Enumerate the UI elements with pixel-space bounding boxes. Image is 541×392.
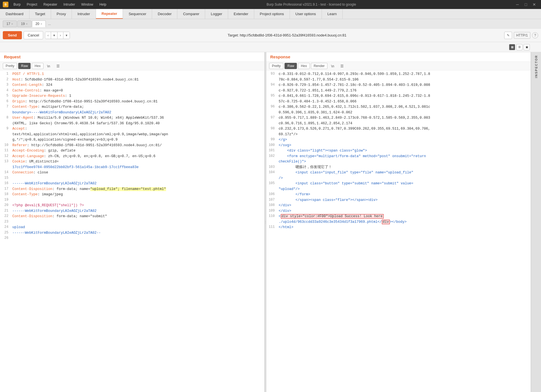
req-tab-17[interactable]: 17 × [3,20,17,27]
menu-help[interactable]: Help [97,2,109,7]
navtab-extender[interactable]: Extender [228,9,254,19]
forward-dropdown[interactable]: ▾ [63,32,70,39]
response-code: 93 c-0.331-0.012-0.712,0.114-0.997,0.293… [266,72,531,230]
req-tab-19[interactable]: 19 × [17,20,31,27]
navtab-user-options[interactable]: User options [290,9,322,19]
res-line-111: 111 </html> [266,225,531,230]
req-line-8: 8 User-Agent: Mozilla/5.0 (Windows NT 10… [0,115,264,121]
request-content[interactable]: 1 POST / HTTP/1.1 2 Host: 5cfdbd8d-1f08-… [0,70,264,392]
close-tab-20[interactable]: × [40,22,42,26]
res-pretty-btn[interactable]: Pretty [269,63,283,69]
menu-project[interactable]: Project [24,2,40,7]
req-line-10: 10 Referer: http://5cfdbd8d-1f08-431d-99… [0,143,264,148]
menu-intruder[interactable]: Intruder [61,2,78,7]
split-view-button[interactable]: ▦ [509,44,515,50]
res-line-97b: c0.96,0.716,1.895,1.462,2.854,2.174 [266,121,531,127]
req-tab-20[interactable]: 20 × [32,20,46,27]
res-newline-btn[interactable]: \n [329,63,337,69]
close-tab-17[interactable]: × [11,22,13,26]
navtab-project-options[interactable]: Project options [254,9,290,19]
res-line-95b: 57c-0.725-0.484-1.3-0.452-1.658,0.066 [266,99,531,105]
res-line-94b: c-0.927,0.722-1.851,1.449-2.779,2.176 [266,88,531,94]
res-render-btn[interactable]: Render [311,63,327,69]
navtab-learn[interactable]: Learn [322,9,343,19]
res-line-105b: "upload"/> [266,187,531,192]
res-line-93: 93 c-0.331-0.012-0.712,0.114-0.997,0.293… [266,72,531,77]
minimize-button[interactable]: ─ [514,1,521,8]
req-line-19: 19 [0,198,264,203]
maximize-button[interactable]: □ [522,1,530,8]
menu-window[interactable]: Window [78,2,96,7]
req-line-13: 13 Cookie: UM_distinctid= [0,159,264,165]
req-line-5: 5 Upgrade-Insecure-Requests: 1 [0,93,264,99]
req-line-1: 1 POST / HTTP/1.1 [0,72,264,77]
response-toolbar: Pretty Raw Hex Render \n ☰ [266,62,531,70]
more-tabs[interactable]: ... [46,21,52,26]
req-line-8b: (KHTML, like Gecko) Chrome/95.0.4638.54 … [0,121,264,127]
res-line-96b: 0.596,0.396,1.035,0.381,1.624-0.062 [266,110,531,116]
cancel-button[interactable]: Cancel [24,31,43,39]
list-view-button[interactable]: ☰ [516,44,522,50]
req-line-12: 12 Accept-Language: zh-CN, zh;q=0.9, en;… [0,154,264,159]
menu-repeater[interactable]: Repeater [41,2,60,7]
req-line-11: 11 Accept-Encoding: gzip, deflate [0,148,264,154]
forward-button[interactable]: › [58,32,63,39]
req-line-9: 9 Accept: [0,126,264,132]
res-hex-btn[interactable]: Hex [298,63,310,69]
close-tab-19[interactable]: × [26,22,27,26]
req-pretty-btn[interactable]: Pretty [3,63,17,69]
navtab-proxy[interactable]: Proxy [51,9,72,19]
res-line-104b: /> [266,176,531,181]
req-newline-btn[interactable]: \n [45,63,53,69]
response-content[interactable]: 93 c-0.331-0.012-0.712,0.114-0.997,0.293… [266,70,531,392]
toolbar: Send Cancel ‹ ▾ › ▾ Target: http://5cfdb… [0,29,541,42]
res-line-103: 103 嗯炼计，你发现它了！ [266,165,531,170]
req-line-14: 14 Connection: close [0,170,264,176]
req-menu-btn[interactable]: ☰ [54,63,62,69]
navtab-intruder[interactable]: Intruder [72,9,96,19]
navtab-dashboard[interactable]: Dashboard [0,9,29,19]
request-header: Request [0,52,264,62]
http-version: HTTP/1 [514,32,530,39]
res-line-96: 96 c-0.386,0.562-0.22,1.265,0.432,1.712c… [266,104,531,110]
back-dropdown[interactable]: ▾ [51,32,58,39]
req-line-6: 6 Origin: http://5cfdbd8d-1f08-431d-9951… [0,99,264,105]
navtab-decoder[interactable]: Decoder [152,9,177,19]
navtab-logger[interactable]: Logger [205,9,228,19]
back-button[interactable]: ‹ [45,32,51,39]
res-line-110b: ./uplo4d/963ccdd33a9246c3e35434d1f3a1796… [266,219,531,225]
navtab-target[interactable]: Target [29,9,51,19]
req-line-18: 18 Content-Type: image/jpeg [0,192,264,198]
navtab-repeater[interactable]: Repeater [96,9,123,19]
req-raw-btn[interactable]: Raw [18,63,31,69]
res-line-109: 109 </div> [266,208,531,214]
res-line-108: 108 </div> [266,203,531,208]
menu-burp[interactable]: Burp [11,2,23,7]
req-line-21: 21 ------WebKitFormBoundaryLAIeAOZjLr2aT… [0,208,264,214]
send-button[interactable]: Send [3,31,22,39]
req-line-25: 25 ------WebKitFormBoundaryLAIeAOZjLr2aT… [0,230,264,236]
window-controls: ─ □ ✕ [514,1,538,8]
res-line-107: 107 </span><span class="flare"></span><d… [266,198,531,203]
req-line-16: 16 ------WebKitFormBoundaryLAIeAOZjLr2aT… [0,181,264,187]
menu-bar: Burp Project Repeater Intruder Window He… [11,2,109,7]
help-button[interactable]: ? [532,32,538,38]
res-line-110: 110 <div style="color:#F00">Upload Succe… [266,214,531,219]
req-line-9c: g,*/*;q=0.8,application/signed-exchange;… [0,137,264,143]
inspector-label: INSPECTOR [535,55,538,78]
res-raw-btn[interactable]: Raw [285,63,297,69]
edit-target-button[interactable]: ✎ [504,32,512,39]
req-hex-btn[interactable]: Hex [32,63,43,69]
navtab-comparer[interactable]: Comparer [177,9,205,19]
single-view-button[interactable]: ▣ [524,44,530,50]
res-line-95: 95 c-0.841,0.661-1.728,0.694-2.615,0.096… [266,93,531,99]
target-info: Target: http://5cfdbd8d-1f08-431d-9951-5… [72,33,502,37]
request-code: 1 POST / HTTP/1.1 2 Host: 5cfdbd8d-1f08-… [0,72,264,241]
req-line-13b: 17cc1ffbee9784-0950d22bb02bf3-561a145a-1… [0,165,264,170]
inspector-sidebar: INSPECTOR [531,52,541,392]
close-button[interactable]: ✕ [530,1,538,8]
req-line-26: 26 [0,236,264,241]
navtab-sequencer[interactable]: Sequencer [123,9,152,19]
req-line-17: 17 Content-Disposition: form-data; name=… [0,187,264,192]
res-menu-btn[interactable]: ☰ [338,63,346,69]
